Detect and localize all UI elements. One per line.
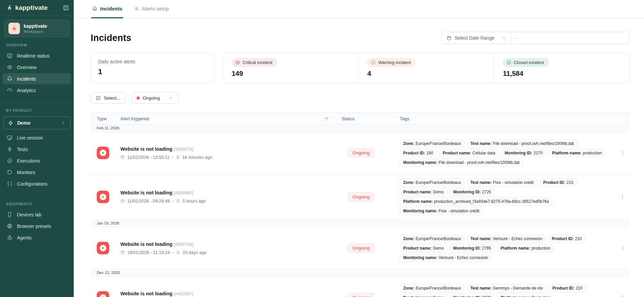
x-mark-icon: ✕ <box>100 294 106 297</box>
tab-alerts-setup[interactable]: Alerts setup <box>133 0 169 18</box>
sidebar-collapse-icon[interactable] <box>63 5 69 11</box>
incident-datetime: 11/02/2026 - 13:55:11 <box>127 155 169 160</box>
sidebar-item-agents[interactable]: Agents <box>3 232 71 243</box>
sidebar-item-configurations[interactable]: Configurations <box>3 178 71 189</box>
kebab-menu-icon[interactable] <box>620 246 625 251</box>
status-badge: Ongoing <box>348 243 374 253</box>
incident-alert-cell: Website is not loading[#482957]12/12/202… <box>120 291 342 297</box>
calendar-icon <box>120 250 125 255</box>
product-selector-demo[interactable]: Demo <box>3 116 70 129</box>
circle-check-icon <box>7 158 13 164</box>
column-tags: Tags <box>400 116 615 121</box>
incident-status-cell: Ongoing <box>342 243 400 253</box>
closed-incident-value: 11,584 <box>503 70 629 78</box>
incident-datetime: 19/01/2026 - 11:19:24 <box>127 250 170 255</box>
incident-tags-cell: Zone:Europe/France/BordeauxTest name:Gem… <box>400 283 615 297</box>
incident-meta: 11/02/2026 - 13:55:11•16 minutes ago <box>120 155 342 160</box>
incident-row[interactable]: ✕Website is not loading[#509074]11/02/20… <box>91 132 630 174</box>
workspace-card[interactable]: kapptivate Workspace <box>4 20 70 37</box>
sidebar-item-devices-lab[interactable]: Devices lab <box>3 209 71 220</box>
monitor-check-icon <box>7 53 13 59</box>
page-title: Incidents <box>91 33 131 43</box>
tag-monitoring-id: Monitoring ID:2725 <box>450 188 495 196</box>
incident-type-cell: ✕ <box>91 147 120 159</box>
calendar-icon <box>446 36 452 41</box>
incident-row[interactable]: ✕Website is not loading[#508985]11/02/20… <box>91 174 630 220</box>
daily-active-alerts-value: 1 <box>98 67 207 76</box>
date-range-button[interactable]: Select Date Range <box>442 32 511 44</box>
kebab-menu-icon[interactable] <box>620 150 625 155</box>
x-mark-icon: ✕ <box>100 194 106 200</box>
incident-title: Website is not loading <box>120 241 172 247</box>
brand-name: kapptivate <box>15 4 48 12</box>
page-header: Incidents Select Date Range - <box>91 32 630 44</box>
incident-row[interactable]: ✕Website is not loading[#500718]19/01/20… <box>91 227 630 269</box>
closed-incident-badge: Closed incident <box>503 58 549 67</box>
circle-x-icon <box>235 60 240 65</box>
zap-icon <box>7 146 13 152</box>
incident-ago: 23 days ago <box>183 250 207 255</box>
incident-meta: 11/02/2026 - 09:28:49•5 hours ago <box>120 198 342 204</box>
closed-incident-label: Closed incident <box>514 60 544 65</box>
incident-ago: 5 hours ago <box>183 198 206 204</box>
tab-incidents[interactable]: Incidents <box>91 0 123 18</box>
sidebar-item-label: Browser presets <box>17 224 51 229</box>
tag-zone: Zone:Europe/France/Bordeaux <box>400 284 464 292</box>
status-badge: Ongoing <box>348 293 374 297</box>
kebab-menu-icon[interactable] <box>620 194 625 199</box>
date-separator: Jan 19, 2026 <box>91 220 630 227</box>
sidebar-item-label: Tests <box>17 147 28 152</box>
calendar-icon <box>120 155 125 160</box>
incident-tags-cell: Zone:Europe/France/BordeauxTest name:Ver… <box>400 233 615 263</box>
incident-type-cell: ✕ <box>91 242 120 254</box>
sidebar-section-label-overview: OVERVIEW <box>0 38 74 50</box>
incident-row[interactable]: ✕Website is not loading[#482957]12/12/20… <box>91 277 630 297</box>
critical-incident-stat: Critical incident149 <box>223 53 358 83</box>
sidebar-item-label: Monitors <box>17 170 35 175</box>
tab-label: Alerts setup <box>142 6 169 12</box>
filter-lines-icon[interactable] <box>324 116 329 122</box>
sidebar-item-analytics[interactable]: Analytics <box>3 85 71 96</box>
date-range-input[interactable]: - <box>511 32 629 44</box>
sidebar-item-label: Overview <box>17 65 37 70</box>
sidebar-item-browser-presets[interactable]: Browser presets <box>3 220 71 232</box>
incident-status-cell: Ongoing <box>342 192 400 201</box>
product-selector-label: Demo <box>17 120 30 126</box>
critical-incident-badge: Critical incident <box>232 58 277 67</box>
status-badge: Ongoing <box>348 192 374 201</box>
sidebar-item-label: Realtime status <box>17 53 49 59</box>
sidebar-item-label: Agents <box>17 235 32 240</box>
brand-mark-icon <box>6 4 13 11</box>
bell-icon <box>92 6 97 12</box>
sidebar-item-executions[interactable]: Executions <box>3 155 71 166</box>
chevron-down-icon <box>168 96 173 100</box>
sidebar-section: OVERVIEWRealtime statusOverviewIncidents… <box>0 38 74 100</box>
incident-tags-cell: Zone:Europe/France/BordeauxTest name:Fil… <box>400 138 615 168</box>
tag-zone: Zone:Europe/France/Bordeaux <box>400 178 464 187</box>
smartphone-icon <box>7 212 13 217</box>
tag-test-name: Test name:Floa - simulation crédit <box>467 178 537 187</box>
sidebar-item-incidents[interactable]: Incidents <box>3 73 71 84</box>
sidebar-item-tests[interactable]: Tests <box>3 144 71 155</box>
gear-icon <box>134 6 139 12</box>
sidebar-item-label: Configurations <box>17 181 47 187</box>
x-mark-icon: ✕ <box>100 245 106 251</box>
sidebar-item-overview[interactable]: Overview <box>3 62 71 73</box>
status-filter-dropdown[interactable]: Ongoing <box>132 92 178 104</box>
x-mark-icon: ✕ <box>100 150 106 156</box>
tag-product-id: Product ID:210 <box>548 235 585 243</box>
table-header: Type Alert triggered Status Tags <box>91 113 630 125</box>
dot-separator: • <box>172 199 174 203</box>
sidebar-header: kapptivate <box>0 0 74 16</box>
daily-active-alerts-label: Daily active alerts <box>98 59 207 64</box>
sidebar-item-live-session[interactable]: Live session <box>3 132 71 143</box>
kebab-menu-icon[interactable] <box>620 295 625 297</box>
sidebar-item-monitors[interactable]: Monitors <box>3 167 71 178</box>
warning-incident-stat: Warning incident4 <box>358 53 494 83</box>
history-icon <box>7 169 13 175</box>
incident-title: Website is not loading <box>120 190 172 195</box>
select-filter-button[interactable]: Select... <box>91 92 125 104</box>
warning-incident-label: Warning incident <box>378 60 411 65</box>
date-separator: Feb 11, 2026 <box>91 125 630 132</box>
sidebar-item-realtime-status[interactable]: Realtime status <box>3 50 71 61</box>
